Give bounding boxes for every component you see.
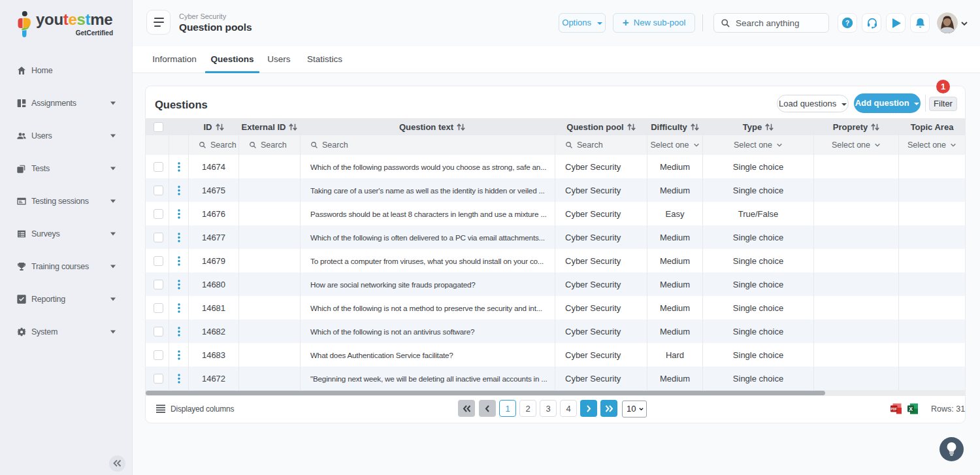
svg-text:?: ? bbox=[845, 19, 849, 27]
svg-text:X: X bbox=[909, 406, 913, 412]
svg-text:PDF: PDF bbox=[891, 408, 897, 411]
